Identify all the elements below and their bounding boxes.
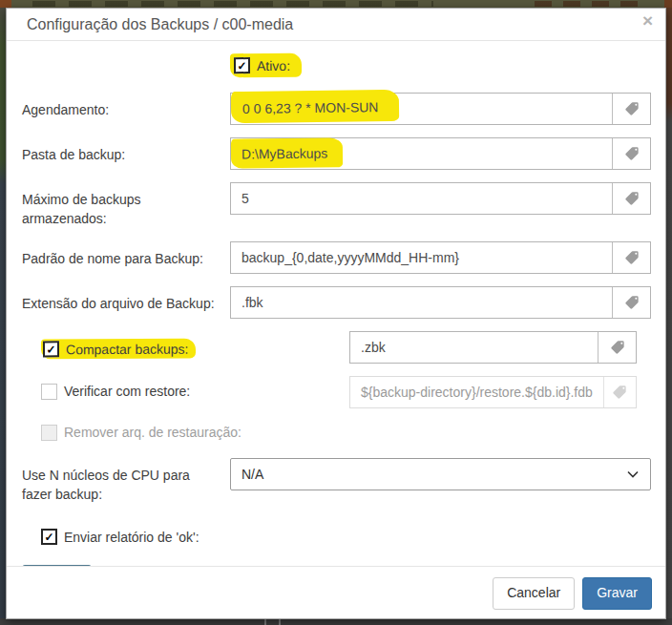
pasta-highlight: D:\MyBackups (231, 137, 344, 168)
field-extensao-backup: Extensão do arquivo de Backup: .fbk (22, 286, 651, 319)
agendamento-highlight: 0 0 6,23 ? * MON-SUN (231, 89, 400, 122)
screen: Configuração dos Backups / c00-media × ✓… (0, 0, 672, 625)
extensao-label: Extensão do arquivo de Backup: (22, 286, 230, 313)
enviar-checkbox[interactable]: ✓ (41, 529, 57, 545)
maximo-label: Máximo de backups armazenados: (22, 182, 230, 229)
checkmark-icon: ✓ (237, 60, 246, 72)
background-table-line (264, 619, 266, 625)
background-text-fragment (32, 1, 433, 7)
maximo-input-text[interactable]: 5 (231, 183, 612, 214)
pasta-input[interactable]: D:\MyBackups (230, 137, 651, 170)
chevron-down-icon (627, 470, 639, 478)
compactar-label: Compactar backups: (66, 341, 188, 357)
extensao-input-text[interactable]: .fbk (231, 287, 612, 318)
field-padrao-nome: Padrão de nome para Backup: backup_{0,da… (22, 241, 651, 274)
field-pasta-backup: Pasta de backup: D:\MyBackups (22, 137, 651, 170)
extensao-input[interactable]: .fbk (230, 286, 651, 319)
agendamento-input-text[interactable]: 0 0 6,23 ? * MON-SUN (231, 94, 612, 124)
field-agendamento: Agendamento: 0 0 6,23 ? * MON-SUN (22, 93, 651, 125)
checkmark-icon: ✓ (46, 343, 55, 354)
compactar-checkbox[interactable]: ✓ (43, 341, 59, 357)
page-background-top (0, 0, 672, 8)
checkmark-icon: ✓ (44, 531, 53, 543)
save-button[interactable]: Gravar (582, 577, 652, 610)
page-background-right (666, 8, 672, 625)
dialog-title: Configuração dos Backups / c00-media (27, 16, 293, 32)
background-fragment (0, 0, 11, 8)
tag-icon (610, 340, 625, 355)
page-background-bottom (0, 618, 672, 625)
verificar-check-group: Verificar com restore: (22, 376, 349, 400)
verificar-label: Verificar com restore: (64, 384, 190, 399)
background-table-line (279, 619, 281, 625)
ativo-checkbox[interactable]: ✓ (234, 57, 250, 73)
close-icon[interactable]: × (642, 11, 653, 31)
padrao-label: Padrão de nome para Backup: (22, 241, 230, 268)
ativo-highlight: ✓ Ativo: (230, 53, 302, 77)
agendamento-label: Agendamento: (22, 93, 230, 119)
field-remover-restauracao: Remover arq. de restauração: (41, 425, 651, 441)
padrao-input-text[interactable]: backup_{0,date,yyyyMMdd_HH-mm} (231, 242, 612, 273)
cpu-cores-selected-value: N/A (242, 467, 263, 482)
tag-icon (624, 101, 640, 116)
tag-icon-button[interactable] (613, 183, 650, 214)
pasta-label: Pasta de backup: (22, 137, 230, 164)
tag-icon-button (604, 377, 636, 407)
padrao-input[interactable]: backup_{0,date,yyyyMMdd_HH-mm} (230, 241, 651, 274)
backup-config-dialog: Configuração dos Backups / c00-media × ✓… (6, 8, 666, 619)
compactar-ext-input[interactable]: .zbk (349, 331, 637, 364)
enviar-label: Enviar relatório de 'ok': (64, 530, 200, 545)
tag-icon-button[interactable] (613, 242, 650, 273)
tag-icon (624, 146, 640, 161)
restore-path-input: ${backup-directory}/restore.${db.id}.fdb (349, 376, 637, 408)
tag-icon-button[interactable] (598, 332, 636, 363)
dialog-header: Configuração dos Backups / c00-media × (7, 9, 665, 41)
restore-path-input-text: ${backup-directory}/restore.${db.id}.fdb (350, 377, 603, 407)
maximo-input[interactable]: 5 (230, 182, 651, 215)
field-compactar: ✓ Compactar backups: .zbk (22, 331, 651, 364)
remover-checkbox (41, 425, 57, 441)
field-enviar-relatorio: ✓ Enviar relatório de 'ok': (41, 529, 651, 545)
dialog-body: ✓ Ativo: Agendamento: 0 0 6,23 ? * MON-S… (7, 41, 665, 566)
field-cpu-cores: Use N núcleos de CPU para fazer backup: … (22, 458, 651, 505)
compactar-highlight: ✓ Compactar backups: (41, 338, 197, 359)
tag-icon (624, 191, 640, 206)
field-verificar-restore: Verificar com restore: ${backup-director… (22, 376, 651, 408)
background-text-fragment (535, 1, 649, 7)
remover-label: Remover arq. de restauração: (64, 425, 242, 440)
field-ativo: ✓ Ativo: (230, 53, 651, 77)
tag-icon-button[interactable] (613, 94, 650, 124)
tag-icon (612, 385, 627, 400)
pasta-input-text[interactable]: D:\MyBackups (231, 138, 612, 169)
dialog-footer: Cancelar Gravar (7, 566, 665, 618)
ativo-label: Ativo: (257, 57, 290, 73)
tag-icon-button[interactable] (613, 287, 650, 318)
cancel-button[interactable]: Cancelar (493, 577, 575, 610)
agendamento-input[interactable]: 0 0 6,23 ? * MON-SUN (230, 93, 651, 125)
field-maximo-backups: Máximo de backups armazenados: 5 (22, 182, 651, 229)
compactar-check-group: ✓ Compactar backups: (22, 331, 349, 359)
background-fragment (664, 0, 672, 8)
verificar-checkbox[interactable] (41, 384, 57, 400)
tag-icon (624, 295, 640, 310)
tag-icon-button[interactable] (613, 138, 650, 169)
tag-icon (624, 250, 640, 265)
cpu-cores-select[interactable]: N/A (230, 458, 651, 490)
nucleos-label: Use N núcleos de CPU para fazer backup: (22, 458, 230, 505)
compactar-ext-input-text[interactable]: .zbk (350, 332, 598, 363)
